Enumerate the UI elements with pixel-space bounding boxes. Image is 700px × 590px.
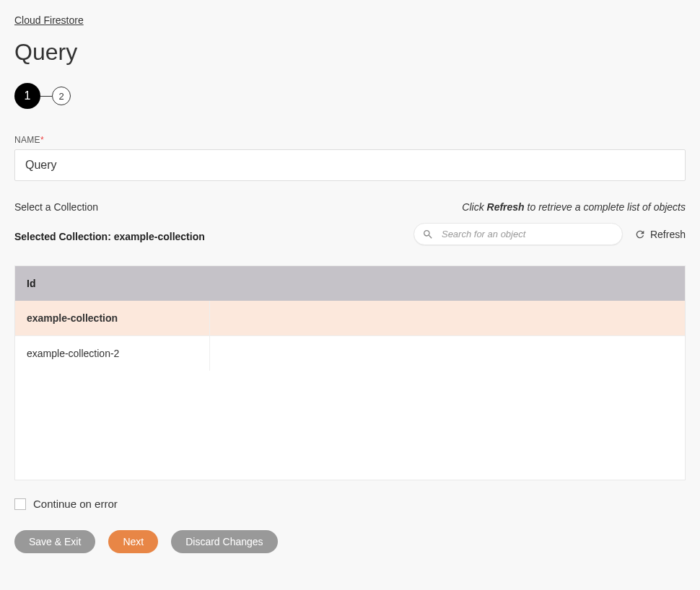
table-row[interactable]: example-collection-2 (15, 335, 685, 371)
table-cell-empty (210, 335, 685, 371)
continue-on-error-checkbox[interactable] (14, 498, 26, 510)
step-2[interactable]: 2 (52, 87, 71, 105)
page-title: Query (14, 39, 686, 66)
stepper: 1 2 (14, 83, 686, 109)
search-container (414, 223, 623, 245)
selected-collection-label: Selected Collection: example-collection (14, 231, 205, 242)
discard-button[interactable]: Discard Changes (171, 530, 277, 553)
save-exit-button[interactable]: Save & Exit (14, 530, 95, 553)
collection-controls-row: Selected Collection: example-collection … (14, 227, 686, 245)
search-refresh-group: Refresh (414, 223, 686, 245)
table-cell-empty (210, 301, 685, 335)
required-indicator: * (40, 135, 44, 145)
refresh-hint: Click Refresh to retrieve a complete lis… (462, 201, 686, 213)
refresh-button-label: Refresh (650, 229, 686, 240)
step-connector (40, 96, 52, 97)
breadcrumb: Cloud Firestore (14, 14, 686, 26)
step-1[interactable]: 1 (14, 83, 40, 109)
select-collection-label: Select a Collection (14, 201, 98, 213)
refresh-button[interactable]: Refresh (634, 229, 686, 240)
breadcrumb-link[interactable]: Cloud Firestore (14, 14, 84, 26)
search-icon (422, 229, 434, 240)
name-field-group: NAME* (14, 135, 686, 201)
table-cell-id: example-collection (15, 301, 210, 335)
continue-on-error-label: Continue on error (33, 498, 118, 510)
collection-table: Id example-collection example-collection… (14, 265, 686, 480)
table-header-id: Id (15, 266, 685, 301)
continue-on-error-row: Continue on error (14, 498, 686, 510)
name-label: NAME* (14, 135, 686, 145)
table-cell-id: example-collection-2 (15, 335, 210, 371)
collection-header-row: Select a Collection Click Refresh to ret… (14, 201, 686, 221)
button-row: Save & Exit Next Discard Changes (14, 530, 686, 553)
refresh-icon (634, 229, 646, 240)
name-input[interactable] (14, 149, 686, 181)
search-input[interactable] (414, 223, 623, 245)
next-button[interactable]: Next (108, 530, 158, 553)
table-row[interactable]: example-collection (15, 301, 685, 335)
